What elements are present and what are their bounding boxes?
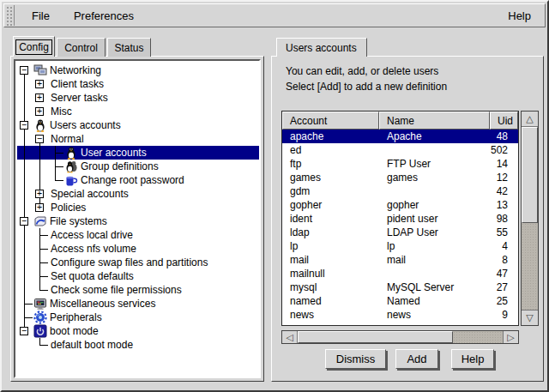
tree-item-label: Configure swap files and partitions [48,256,208,268]
scroll-left-icon[interactable]: ◁ [282,331,298,343]
horizontal-scrollbar[interactable]: ◁ ▷ [281,330,519,344]
table-row-apache[interactable]: apacheApache48 [282,130,518,143]
tree-item-access-nfs-volume[interactable]: Access nfs volume [17,242,259,256]
table-row-ed[interactable]: ed502 [282,143,518,157]
scroll-right-icon[interactable]: ▷ [503,331,518,343]
cell-uid: 98 [490,213,518,225]
tree-item-file-systems[interactable]: −File systems [17,214,259,228]
table-row-news[interactable]: newsnews9 [282,308,518,322]
add-button[interactable]: Add [395,349,438,369]
tree-item-miscellaneous-services[interactable]: Miscellaneous services [17,297,259,311]
tree-expander-minus-icon[interactable]: − [17,118,33,132]
tree-item-set-quota-defaults[interactable]: Set quota defaults [17,269,259,283]
tree-guide-line [17,311,33,324]
menu-file[interactable]: File [20,4,62,27]
cell-account: gopher [282,199,379,211]
disk-icon [33,214,47,228]
horizontal-scrollbar-trough[interactable] [453,331,503,343]
table-row-named[interactable]: namedNamed25 [282,294,518,308]
tree-guide-line [17,105,33,118]
tree-item-group-definitions[interactable]: Group definitions [17,160,259,173]
tree: −Networking+Client tasks+Server tasks+Mi… [14,59,261,378]
menubar-grip-handle[interactable] [5,5,15,26]
menu-preferences[interactable]: Preferences [62,4,146,27]
vertical-scrollbar[interactable]: △ ▽ [521,111,539,326]
tree-expander-plus-icon[interactable]: + [33,77,48,91]
penguin-icon [64,146,78,160]
tab-control[interactable]: Control [57,38,106,57]
cell-uid: 55 [490,226,518,238]
menu-help[interactable]: Help [496,4,545,27]
cell-uid: 27 [490,281,518,293]
tree-expander-plus-icon[interactable]: + [33,187,48,201]
users-table: Account Name Uid apacheApache48ed502ftpF… [281,111,519,326]
tree-item-networking[interactable]: −Networking [17,63,259,77]
tree-item-client-tasks[interactable]: +Client tasks [17,77,259,91]
table-row-ldap[interactable]: ldapLDAP User55 [282,226,518,239]
tree-item-peripherals[interactable]: Peripherals [17,311,259,324]
dismiss-button[interactable]: Dismiss [325,349,386,369]
tab-config[interactable]: Config [13,36,55,57]
column-header-account[interactable]: Account [282,112,379,130]
tree-expander-minus-icon[interactable]: − [17,324,33,338]
cell-account: lp [282,240,379,252]
tab-users-accounts[interactable]: Users accounts [276,38,367,57]
tree-item-user-accounts[interactable]: User accounts [17,146,259,160]
vertical-scrollbar-thumb[interactable] [522,127,538,223]
table-row-gdm[interactable]: gdm42 [282,184,518,198]
tree-item-label: Miscellaneous services [47,298,155,310]
tree-expander-plus-icon[interactable]: + [33,91,48,105]
tree-item-label: default boot mode [48,339,133,351]
cell-account: games [282,172,379,184]
menu-bar: File Preferences Help [3,3,546,27]
tree-item-normal[interactable]: −Normal [17,132,259,146]
table-row-mailnull[interactable]: mailnull47 [282,267,518,280]
tree-item-special-accounts[interactable]: +Special accounts [17,187,259,201]
tree-item-server-tasks[interactable]: +Server tasks [17,91,259,105]
tree-guide-line [17,187,33,201]
tree-guide-line [17,201,33,214]
tree-expander-plus-icon[interactable]: + [33,201,48,214]
table-row-games[interactable]: gamesgames12 [282,171,518,184]
column-header-uid[interactable]: Uid [490,112,518,130]
cell-account: ident [282,213,379,225]
tree-guide-line [17,146,33,160]
tree-item-access-local-drive[interactable]: Access local drive [17,228,259,242]
table-row-mail[interactable]: mailmail8 [282,253,518,267]
cell-uid: 48 [490,130,518,142]
tree-guide-line [33,256,48,269]
tree-item-configure-swap-files-and-partitions[interactable]: Configure swap files and partitions [17,256,259,269]
tree-guide-line [17,77,33,91]
tree-item-boot-mode[interactable]: −boot mode [17,324,259,338]
cell-name: lp [379,240,490,252]
vertical-scrollbar-trough[interactable] [522,223,538,310]
horizontal-scrollbar-thumb[interactable] [298,331,453,343]
tree-item-misc[interactable]: +Misc [17,105,259,118]
column-header-name[interactable]: Name [379,112,490,130]
tree-item-change-root-password[interactable]: Change root password [17,173,259,187]
scroll-down-icon[interactable]: ▽ [522,310,538,325]
cell-account: ed [282,144,379,156]
cell-account: mailnull [282,268,379,280]
tree-expander-minus-icon[interactable]: − [17,214,33,228]
cell-account: ldap [282,226,379,238]
tree-item-default-boot-mode[interactable]: default boot mode [17,338,259,352]
tab-status[interactable]: Status [107,38,151,57]
cell-name: MySQL Server [379,281,490,293]
tree-expander-plus-icon[interactable]: + [33,105,48,118]
tree-item-check-some-file-permissions[interactable]: Check some file permissions [17,283,259,297]
tree-expander-minus-icon[interactable]: − [33,132,48,146]
table-row-ftp[interactable]: ftpFTP User14 [282,157,518,171]
table-row-gopher[interactable]: gophergopher13 [282,198,518,212]
table-row-lp[interactable]: lplp4 [282,239,518,253]
table-row-ident[interactable]: identpident user98 [282,212,518,226]
table-row-mysql[interactable]: mysqlMySQL Server27 [282,280,518,294]
tree-item-policies[interactable]: +Policies [17,201,259,214]
cell-name: mail [379,254,490,266]
scroll-up-icon[interactable]: △ [522,112,538,127]
help-button[interactable]: Help [451,349,494,369]
tab-status-label: Status [114,42,143,54]
tree-item-users-accounts[interactable]: −Users accounts [17,118,259,132]
tree-expander-minus-icon[interactable]: − [17,63,33,77]
tree-guide-line [17,338,33,352]
